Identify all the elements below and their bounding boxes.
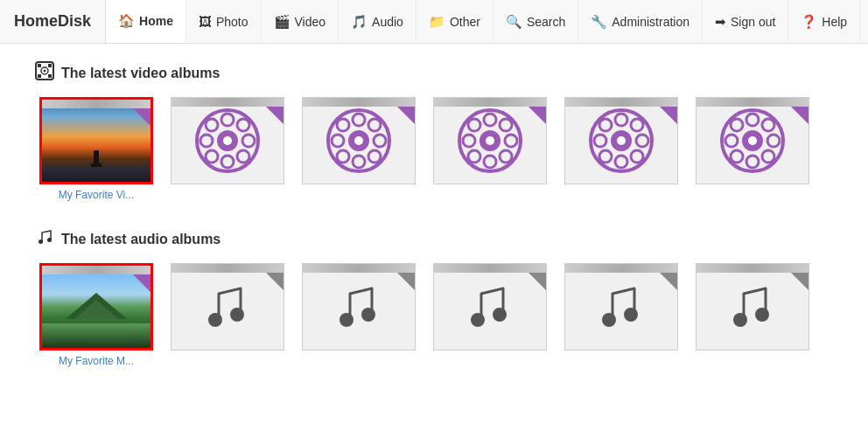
video-album-4-thumb — [433, 97, 547, 184]
other-icon: 📁 — [429, 14, 445, 30]
video-album-1-thumb — [39, 97, 153, 184]
main-nav: HomeDisk 🏠 Home 🖼 Photo 🎬 Video 🎵 Audio … — [0, 0, 868, 44]
svg-rect-2 — [48, 64, 52, 67]
audio-album-6[interactable] — [691, 263, 814, 367]
nav-home[interactable]: 🏠 Home — [106, 0, 186, 43]
nav-admin-label: Administration — [612, 15, 690, 29]
svg-point-63 — [47, 238, 52, 242]
audio-album-2-thumb — [171, 263, 284, 350]
nav-other[interactable]: 📁 Other — [416, 0, 494, 43]
video-placeholder-3 — [303, 98, 415, 184]
ribbon-5 — [651, 98, 677, 124]
ribbon-4 — [520, 98, 546, 124]
video-album-5-thumb — [564, 97, 678, 184]
video-album-1[interactable]: My Favorite Vi... — [35, 97, 158, 201]
svg-point-66 — [340, 313, 354, 327]
svg-point-59 — [762, 150, 774, 163]
audio-ribbon-6 — [782, 264, 808, 290]
video-album-3[interactable] — [298, 97, 420, 201]
svg-rect-3 — [38, 74, 41, 78]
svg-point-20 — [354, 136, 363, 145]
svg-rect-1 — [38, 64, 41, 67]
audio-album-5[interactable] — [560, 263, 682, 367]
video-placeholder-5 — [565, 98, 677, 184]
nav-video[interactable]: 🎬 Video — [262, 0, 340, 43]
svg-point-9 — [223, 136, 232, 145]
svg-point-37 — [500, 150, 512, 163]
svg-point-73 — [755, 308, 769, 322]
video-section: The latest video albums My Favorite Vi..… — [35, 61, 833, 201]
svg-point-24 — [374, 135, 386, 147]
nav-other-label: Other — [450, 15, 480, 29]
audio-album-3[interactable] — [298, 263, 420, 367]
audio-album-1-label: My Favorite M... — [39, 355, 153, 367]
video-icon: 🎬 — [274, 14, 290, 30]
brand-name: HomeDisk — [14, 12, 91, 31]
audio-album-1[interactable]: My Favorite M... — [35, 263, 158, 367]
nav-video-label: Video — [295, 15, 326, 29]
svg-point-61 — [731, 150, 743, 163]
svg-point-48 — [631, 150, 643, 163]
svg-point-44 — [615, 156, 627, 168]
nav-photo-label: Photo — [216, 15, 248, 29]
audio-album-6-thumb — [696, 263, 809, 350]
svg-point-34 — [463, 135, 475, 147]
video-album-1-label: My Favorite Vi... — [39, 189, 153, 201]
ribbon-3 — [388, 98, 415, 124]
svg-point-33 — [484, 156, 496, 168]
video-album-6[interactable] — [691, 97, 814, 201]
ribbon-2 — [257, 98, 284, 124]
video-placeholder-4 — [434, 98, 546, 184]
svg-point-55 — [746, 156, 759, 168]
video-album-6-thumb — [696, 97, 809, 184]
svg-point-68 — [471, 313, 485, 327]
video-placeholder-6 — [696, 98, 808, 184]
svg-point-64 — [208, 313, 222, 327]
svg-point-49 — [631, 119, 643, 131]
video-placeholder-2 — [172, 98, 284, 184]
video-album-3-thumb — [302, 97, 416, 184]
audio-album-4[interactable] — [429, 263, 551, 367]
svg-point-15 — [237, 150, 249, 163]
nav-signout-label: Sign out — [731, 15, 775, 29]
nav-search[interactable]: 🔍 Search — [494, 0, 578, 43]
svg-point-67 — [361, 308, 375, 322]
svg-point-46 — [636, 135, 648, 147]
nav-audio[interactable]: 🎵 Audio — [339, 0, 416, 43]
svg-point-56 — [725, 135, 738, 147]
nav-help[interactable]: ❓ Help — [788, 0, 860, 43]
photo-icon: 🖼 — [199, 14, 212, 29]
svg-point-13 — [242, 135, 255, 147]
audio-album-1-thumb — [39, 263, 153, 350]
nav-photo[interactable]: 🖼 Photo — [186, 0, 262, 43]
svg-point-26 — [368, 150, 381, 163]
audio-album-2[interactable] — [166, 263, 289, 367]
video-album-4[interactable] — [429, 97, 551, 201]
nav-administration[interactable]: 🔧 Administration — [578, 0, 703, 43]
svg-point-27 — [368, 119, 381, 131]
audio-section-title: The latest audio albums — [35, 227, 833, 251]
audio-album-grid: My Favorite M... — [35, 263, 833, 367]
svg-point-65 — [230, 308, 244, 322]
nav-signout[interactable]: ➡ Sign out — [703, 0, 788, 43]
svg-point-16 — [237, 119, 249, 131]
svg-point-12 — [200, 135, 213, 147]
audio-section: The latest audio albums My Favorite M... — [35, 227, 833, 367]
nav-home-label: Home — [139, 14, 173, 28]
svg-point-35 — [505, 135, 517, 147]
svg-point-11 — [221, 156, 234, 168]
svg-point-31 — [486, 136, 494, 145]
audio-album-3-thumb — [302, 263, 416, 350]
audio-ribbon-3 — [388, 264, 415, 290]
video-section-heading: The latest video albums — [61, 66, 220, 81]
video-album-5[interactable] — [560, 97, 682, 201]
ribbon-6 — [782, 98, 808, 124]
svg-point-25 — [337, 119, 349, 131]
audio-ribbon-5 — [651, 264, 677, 290]
audio-section-heading: The latest audio albums — [61, 232, 220, 247]
audio-ribbon-4 — [520, 264, 546, 290]
video-album-2[interactable] — [166, 97, 289, 201]
svg-point-23 — [332, 135, 344, 147]
film-reel-title-icon — [35, 61, 54, 85]
svg-point-21 — [353, 114, 365, 126]
